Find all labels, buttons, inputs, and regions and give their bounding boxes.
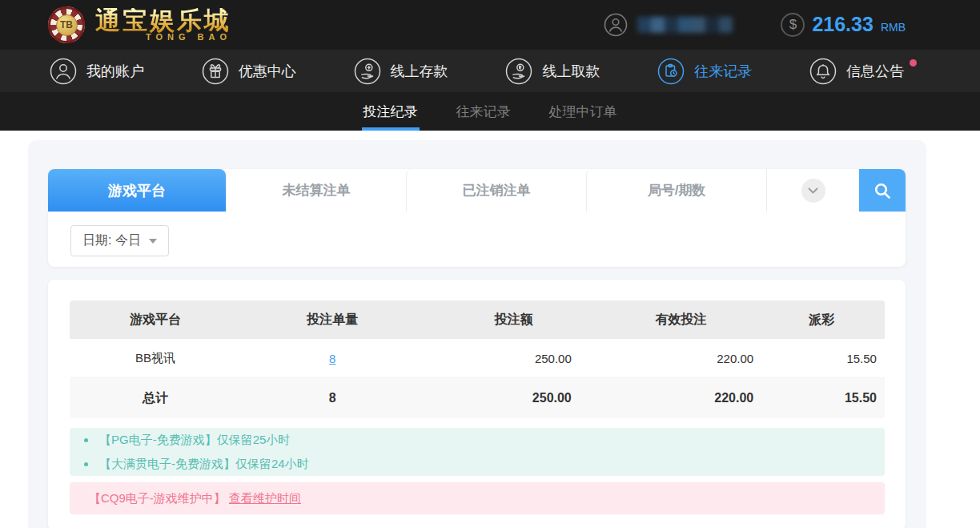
view-maintenance-time-link[interactable]: 查看维护时间 xyxy=(229,491,301,505)
logo-text: 通宝娱乐城 TONG BAO xyxy=(95,8,231,42)
filter-area: 日期: 今日 xyxy=(48,212,906,267)
subnav-label: 往来记录 xyxy=(456,103,511,121)
cell-payout: 15.50 xyxy=(758,352,885,365)
site-title: 通宝娱乐城 xyxy=(95,8,231,33)
results-card: 游戏平台 投注单量 投注额 有效投注 派彩 BB视讯 8 250.00 220.… xyxy=(48,280,906,528)
tab-game-platform[interactable]: 游戏平台 xyxy=(48,169,226,212)
withdraw-coin-hand-icon xyxy=(505,58,532,85)
tab-label: 未结算注单 xyxy=(283,181,351,200)
bell-icon xyxy=(809,58,837,85)
filter-card: 游戏平台 未结算注单 已注销注单 局号/期数 xyxy=(48,169,906,267)
totals-count: 8 xyxy=(241,391,424,405)
subnav-tab-transaction-records[interactable]: 往来记录 xyxy=(455,92,512,131)
search-button[interactable] xyxy=(859,169,906,212)
main-navigation: 我的账户 优惠中心 线上存款 线上取款 xyxy=(0,50,980,92)
dollar-coin-icon: $ xyxy=(781,13,805,37)
clipboard-clock-icon xyxy=(657,58,685,85)
cell-platform: BB视讯 xyxy=(70,351,241,366)
nav-label: 线上取款 xyxy=(542,62,600,81)
gift-icon xyxy=(202,58,229,85)
tab-label: 已注销注单 xyxy=(463,181,531,200)
bet-count-link[interactable]: 8 xyxy=(329,352,335,365)
nav-item-deposit[interactable]: 线上存款 xyxy=(354,58,448,85)
notification-dot-badge xyxy=(910,59,917,67)
nav-item-transaction-records[interactable]: 往来记录 xyxy=(657,58,752,85)
column-header: 有效投注 xyxy=(604,312,758,328)
user-account-menu[interactable] xyxy=(604,13,733,37)
maintenance-notice-box: 【CQ9电子-游戏维护中】 查看维护时间 xyxy=(70,482,885,514)
poker-chip-logo-icon: TB xyxy=(48,6,85,43)
column-header: 游戏平台 xyxy=(70,312,241,328)
nav-label: 信息公告 xyxy=(846,62,904,81)
nav-label: 我的账户 xyxy=(86,62,144,81)
column-header: 投注额 xyxy=(424,312,604,328)
column-header: 投注单量 xyxy=(241,312,424,328)
content-area: 游戏平台 未结算注单 已注销注单 局号/期数 xyxy=(28,140,926,528)
user-icon xyxy=(50,58,77,85)
totals-label: 总计 xyxy=(70,390,241,407)
table-totals-row: 总计 8 250.00 220.00 15.50 xyxy=(70,378,885,418)
totals-payout: 15.50 xyxy=(758,391,885,405)
subnav-label: 投注纪录 xyxy=(363,103,418,121)
chip-label: TB xyxy=(56,14,78,36)
tab-label: 游戏平台 xyxy=(108,181,166,200)
date-filter-value: 日期: 今日 xyxy=(82,232,141,249)
maintenance-notice-text: 【CQ9电子-游戏维护中】 xyxy=(89,491,226,505)
nav-label: 优惠中心 xyxy=(239,62,296,81)
deposit-coin-hand-icon xyxy=(354,58,381,85)
dropdown-arrow-icon xyxy=(149,239,157,244)
table-header-row: 游戏平台 投注单量 投注额 有效投注 派彩 xyxy=(70,300,885,339)
info-notice-line: 【大满贯电子-免费游戏】仅保留24小时 xyxy=(70,452,885,476)
nav-item-my-account[interactable]: 我的账户 xyxy=(50,58,144,85)
info-notice-line: 【PG电子-免费游戏】仅保留25小时 xyxy=(70,428,885,452)
nav-label: 线上存款 xyxy=(391,62,448,81)
tab-round-number[interactable]: 局号/期数 xyxy=(586,169,766,212)
cell-bet-amount: 250.00 xyxy=(424,352,604,365)
cell-valid-bet: 220.00 xyxy=(604,352,758,365)
topbar-right: $ 216.33 RMB xyxy=(604,13,936,37)
active-tab-underline xyxy=(362,127,420,131)
subnav-tab-betting-records[interactable]: 投注纪录 xyxy=(362,92,420,131)
info-notice-text: 【大满贯电子-免费游戏】仅保留24小时 xyxy=(99,457,309,472)
nav-item-announcements[interactable]: 信息公告 xyxy=(809,58,904,85)
tab-label: 局号/期数 xyxy=(648,181,706,200)
bullet-dot-icon xyxy=(84,438,88,442)
info-notice-box: 【PG电子-免费游戏】仅保留25小时 【大满贯电子-免费游戏】仅保留24小时 xyxy=(70,428,885,476)
username-redacted xyxy=(637,17,733,33)
column-header: 派彩 xyxy=(758,312,885,328)
nav-label: 往来记录 xyxy=(694,62,752,81)
bullet-dot-icon xyxy=(84,462,88,466)
tab-unsettled-bets[interactable]: 未结算注单 xyxy=(226,169,406,212)
chevron-down-icon xyxy=(801,179,825,203)
totals-bet-amount: 250.00 xyxy=(424,391,604,405)
balance-amount: 216.33 xyxy=(812,13,873,36)
top-bar: TB 通宝娱乐城 TONG BAO $ 216.33 RMB xyxy=(0,0,980,50)
sub-navigation: 投注纪录 往来记录 处理中订单 xyxy=(0,92,980,131)
balance-currency: RMB xyxy=(881,21,906,34)
nav-item-promotions[interactable]: 优惠中心 xyxy=(202,58,296,85)
balance-display[interactable]: $ 216.33 RMB xyxy=(781,13,906,37)
expand-options-toggle[interactable] xyxy=(766,169,859,212)
subnav-tab-processing-orders[interactable]: 处理中订单 xyxy=(548,92,619,131)
date-filter-dropdown[interactable]: 日期: 今日 xyxy=(70,225,169,256)
nav-item-withdraw[interactable]: 线上取款 xyxy=(505,58,600,85)
tab-cancelled-bets[interactable]: 已注销注单 xyxy=(406,169,586,212)
site-logo[interactable]: TB 通宝娱乐城 TONG BAO xyxy=(48,6,231,43)
filter-tab-bar: 游戏平台 未结算注单 已注销注单 局号/期数 xyxy=(48,169,906,212)
info-notice-text: 【PG电子-免费游戏】仅保留25小时 xyxy=(99,433,290,448)
user-avatar-icon xyxy=(604,13,628,37)
totals-valid-bet: 220.00 xyxy=(604,391,758,405)
search-icon xyxy=(873,181,892,200)
subnav-label: 处理中订单 xyxy=(549,103,617,121)
table-row: BB视讯 8 250.00 220.00 15.50 xyxy=(70,339,885,378)
